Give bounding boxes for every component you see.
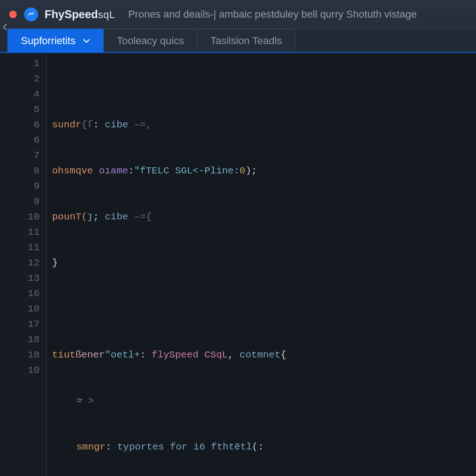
app-title: FhySpeedsqL xyxy=(45,8,115,21)
tab-tasilsion-teadls[interactable]: Tasilsion Teadls xyxy=(198,29,296,52)
app-icon xyxy=(24,7,38,21)
line-number-gutter: 1 2 4 5 6 6 7 8 9 9 10 11 11 12 13 16 10… xyxy=(0,53,46,476)
app-title-prefix: FhySpeed xyxy=(45,8,98,20)
tab-label: Tasilsion Teadls xyxy=(211,35,282,47)
tab-tooleacy-quics[interactable]: Tooleacy quics xyxy=(104,29,197,52)
window-title-bar: FhySpeedsqL Prones and deails-| ambaic p… xyxy=(0,0,476,29)
close-window-dot[interactable] xyxy=(9,11,17,18)
tab-strip: Supforrietits Tooleacy quics Tasilsion T… xyxy=(0,29,476,53)
chevron-down-icon xyxy=(83,38,90,44)
window-subtitle: Prones and deails-| ambaic pestduley bel… xyxy=(128,8,417,20)
app-title-suffix: sqL xyxy=(98,9,115,20)
gutter-extent-icon xyxy=(43,378,85,424)
tab-label: Tooleacy quics xyxy=(117,35,184,47)
tab-label: Supforrietits xyxy=(21,35,75,47)
code-content[interactable]: sundr{ſ: cibe –=, ohsmqve oıame:"fTELC S… xyxy=(46,53,476,476)
tab-supforrietits[interactable]: Supforrietits xyxy=(7,29,104,52)
code-editor[interactable]: 1 2 4 5 6 6 7 8 9 9 10 11 11 12 13 16 10… xyxy=(0,53,476,476)
back-arrow-icon[interactable] xyxy=(1,23,9,31)
